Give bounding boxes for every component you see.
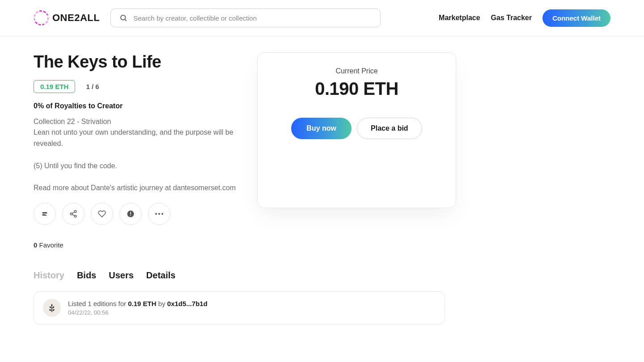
search-wrap: [110, 9, 381, 27]
tabs: History Bids Users Details: [34, 270, 445, 281]
svg-point-12: [155, 213, 157, 215]
item-description: Collection 22 - Strivation Lean not unto…: [34, 116, 239, 194]
rarible-button[interactable]: [34, 203, 56, 225]
svg-point-13: [158, 213, 160, 215]
svg-point-0: [121, 15, 126, 20]
price-badge: 0.19 ETH: [34, 80, 75, 93]
tab-details[interactable]: Details: [146, 270, 176, 281]
nav-gas-tracker[interactable]: Gas Tracker: [491, 14, 532, 22]
price-card: Current Price 0.190 ETH Buy now Place a …: [257, 52, 456, 208]
share-button[interactable]: [62, 203, 85, 225]
alert-icon: [127, 210, 135, 218]
favorite-button[interactable]: [91, 203, 113, 225]
logo[interactable]: ONE2ALL: [34, 10, 100, 26]
buy-now-button[interactable]: Buy now: [291, 118, 352, 139]
svg-point-5: [70, 213, 72, 215]
leaf-icon: [47, 303, 57, 313]
svg-rect-11: [130, 215, 131, 216]
history-text: Listed 1 editions for 0.19 ETH by 0x1d5.…: [68, 300, 208, 307]
svg-line-8: [72, 214, 74, 216]
rarible-icon: [41, 210, 48, 217]
more-icon: [155, 213, 163, 215]
avatar[interactable]: [43, 299, 61, 317]
svg-point-14: [161, 213, 163, 215]
tab-history[interactable]: History: [34, 270, 64, 281]
edition-count: 1 / 6: [86, 83, 99, 90]
logo-mark-icon: [31, 8, 51, 28]
svg-rect-2: [42, 212, 47, 213]
item-title: The Keys to Life: [34, 52, 239, 72]
current-price-value: 0.190 ETH: [267, 79, 447, 99]
svg-point-6: [74, 215, 76, 217]
heart-icon: [98, 210, 106, 218]
svg-line-7: [72, 212, 74, 213]
svg-rect-3: [42, 214, 46, 216]
svg-line-1: [125, 19, 127, 21]
history-entry: Listed 1 editions for 0.19 ETH by 0x1d5.…: [34, 291, 445, 324]
search-icon: [119, 14, 127, 22]
tab-bids[interactable]: Bids: [77, 270, 96, 281]
share-icon: [69, 210, 77, 218]
svg-rect-10: [130, 212, 131, 215]
search-input[interactable]: [110, 9, 381, 27]
nav-marketplace[interactable]: Marketplace: [439, 14, 480, 22]
current-price-label: Current Price: [267, 67, 447, 75]
connect-wallet-button[interactable]: Connect Wallet: [542, 9, 610, 27]
place-bid-button[interactable]: Place a bid: [357, 118, 422, 139]
history-date: 04/22/22, 00:56: [68, 309, 208, 316]
svg-point-4: [74, 211, 76, 213]
favorites-count: 0 Favorite: [34, 241, 239, 249]
royalty-text: 0% of Royalties to Creator: [34, 102, 239, 110]
report-button[interactable]: [119, 203, 142, 225]
tab-users[interactable]: Users: [109, 270, 134, 281]
logo-text: ONE2ALL: [52, 12, 100, 24]
more-button[interactable]: [148, 203, 170, 225]
